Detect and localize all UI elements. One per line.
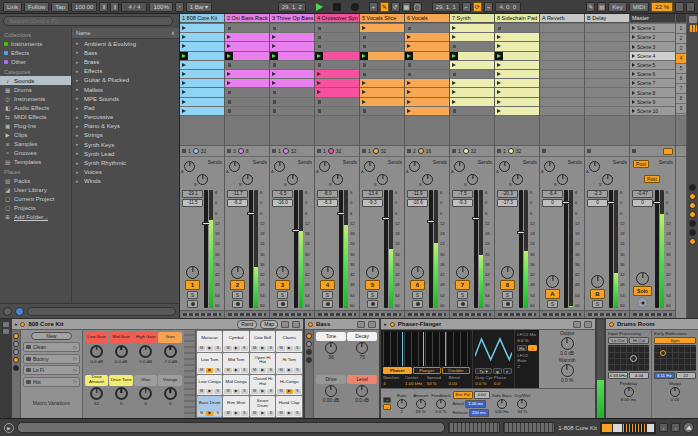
lfo2-note-button[interactable]: ♪ <box>528 345 538 351</box>
track-header[interactable]: 1 808 Core Kit <box>180 14 224 23</box>
device-fold-icon[interactable]: ▸ <box>15 321 18 327</box>
time-signature-field[interactable]: 4 / 4 <box>121 2 147 12</box>
save-preset-icon[interactable] <box>292 321 300 328</box>
clip-slot[interactable] <box>315 70 359 78</box>
clip-slot[interactable] <box>225 98 269 106</box>
device-on-icon[interactable] <box>609 322 614 327</box>
pad-mute-button[interactable]: M <box>277 411 284 416</box>
clip-slot[interactable] <box>405 107 449 115</box>
scene-number[interactable]: 9 <box>676 104 686 113</box>
pad-solo-button[interactable]: S <box>241 368 248 373</box>
clip-slot[interactable] <box>360 88 404 96</box>
input-filter-xy-pad[interactable] <box>608 345 649 371</box>
volume-field[interactable]: -9.3 <box>362 199 383 207</box>
amount-knob[interactable] <box>416 399 426 409</box>
mixer-section-toggle[interactable] <box>689 220 696 227</box>
macro-knob[interactable] <box>90 345 103 358</box>
pad-mute-button[interactable]: M <box>251 389 258 394</box>
preview-scrub-bar[interactable] <box>27 307 176 316</box>
drum-pad[interactable]: Hand Clap M ▶ S <box>276 396 302 417</box>
pad-mute-button[interactable]: M <box>251 368 258 373</box>
solo-button[interactable]: S <box>457 291 468 299</box>
clip-slot[interactable] <box>450 98 494 106</box>
category-item[interactable]: ▶ Clips <box>0 130 71 139</box>
peak-level-field[interactable]: -20.3 <box>497 190 518 198</box>
lo-cut-toggle[interactable]: Lo Cut <box>608 337 628 344</box>
lfo2-rate-value[interactable]: 2 <box>517 364 537 369</box>
browser-list-item[interactable]: Percussive <box>72 113 179 122</box>
volume-fader[interactable] <box>474 190 478 308</box>
scene-launch-icon[interactable] <box>632 35 635 39</box>
param-value[interactable]: 0.00 <box>448 381 470 386</box>
param-value[interactable]: 4 <box>383 381 405 386</box>
browser-list-item[interactable]: Piano & Keys <box>72 122 179 131</box>
drum-pad[interactable]: Hi-Conga M ▶ S <box>276 375 302 396</box>
clip-slot[interactable] <box>270 42 314 50</box>
arm-button[interactable] <box>322 300 333 308</box>
send-a-knob[interactable] <box>364 161 375 172</box>
pad-mute-button[interactable]: M <box>277 368 284 373</box>
device-title-bar[interactable]: Bass <box>305 319 379 330</box>
pad-solo-button[interactable]: S <box>267 389 274 394</box>
place-item[interactable]: ◪ User Library <box>0 185 71 194</box>
volume-fader[interactable] <box>294 190 298 308</box>
drum-pad[interactable]: Hi Tom M ▶ S <box>276 353 302 374</box>
category-item[interactable]: ≡ Samples <box>0 139 71 148</box>
scene-row[interactable]: Scene 3 <box>630 42 675 50</box>
rate-sync-toggle[interactable]: ♪ <box>383 404 391 410</box>
send-b-knob[interactable] <box>422 174 433 185</box>
reenable-automation-button[interactable]: ↺ <box>391 2 400 12</box>
pad-play-button[interactable]: ▶ <box>233 411 240 416</box>
name-column-header[interactable]: Name∧ <box>72 28 179 39</box>
phaser-param[interactable]: Notches 4 <box>383 375 405 386</box>
show-macros-toggle-icon[interactable] <box>13 341 19 347</box>
place-item[interactable]: ⊞ Add Folder... <box>0 212 71 221</box>
variation-row[interactable]: Lo Fi ▷ <box>23 365 80 375</box>
scene-launch-icon[interactable] <box>632 100 635 104</box>
peak-level-field[interactable]: -6.4 <box>542 190 563 198</box>
track-activator-button[interactable]: 7 <box>455 280 470 290</box>
solo-button[interactable]: S <box>187 291 198 299</box>
clip-slot[interactable] <box>225 24 269 32</box>
clip-slot[interactable] <box>405 88 449 96</box>
pan-knob[interactable] <box>591 275 604 288</box>
peak-level-field[interactable]: -11.9 <box>407 190 428 198</box>
category-item[interactable]: ⇆ MIDI Effects <box>0 112 71 121</box>
send-a-knob[interactable] <box>319 161 330 172</box>
browser-list-item[interactable]: Mallets <box>72 85 179 94</box>
category-item[interactable]: ◷ Instruments <box>0 94 71 103</box>
track-header[interactable]: 7 Synth <box>450 14 494 23</box>
track-activator-button[interactable]: 2 <box>230 280 245 290</box>
drum-pad[interactable]: Low Tom M ▶ S <box>197 353 223 374</box>
variation-row[interactable]: Clean ▷ <box>23 342 80 352</box>
pad-mute-button[interactable]: M <box>224 411 231 416</box>
send-b-knob[interactable] <box>557 174 568 185</box>
arm-button[interactable] <box>457 300 468 308</box>
tap-tempo-button[interactable]: Tap <box>51 2 69 12</box>
session-record-button[interactable]: ◯ <box>413 2 422 12</box>
pan-knob[interactable] <box>276 266 289 279</box>
lfo-phase-button[interactable]: φ <box>493 368 502 374</box>
clip-slot[interactable] <box>360 42 404 50</box>
clip-slot[interactable] <box>270 61 314 69</box>
pad-play-button[interactable]: ▶ <box>286 411 293 416</box>
lfo2-mix-value[interactable]: 0.0 % <box>517 338 537 343</box>
env-amount-field[interactable]: 0.00 <box>474 391 490 399</box>
clip-slot[interactable] <box>495 70 539 78</box>
pad-solo-button[interactable]: S <box>214 389 221 394</box>
solo-button[interactable]: S <box>322 291 333 299</box>
clip-slot[interactable] <box>270 24 314 32</box>
volume-field[interactable]: -6.3 <box>317 199 338 207</box>
category-item[interactable]: ▣ Plug-Ins <box>0 121 71 130</box>
show-devices-toggle-icon[interactable] <box>13 357 19 363</box>
variation-launch-icon[interactable]: ▷ <box>73 368 76 373</box>
place-item[interactable]: ▢ Current Project <box>0 194 71 203</box>
clip-slot[interactable] <box>180 24 224 32</box>
pad-mute-button[interactable]: M <box>224 368 231 373</box>
show-io-toggle-icon[interactable] <box>13 365 19 371</box>
midi-map-button[interactable]: MIDI <box>629 2 650 12</box>
pad-mute-button[interactable]: M <box>251 346 258 351</box>
clip-slot[interactable] <box>270 52 314 60</box>
save-preset-icon[interactable] <box>584 321 592 328</box>
browser-list-item[interactable]: MPE Sounds <box>72 94 179 103</box>
